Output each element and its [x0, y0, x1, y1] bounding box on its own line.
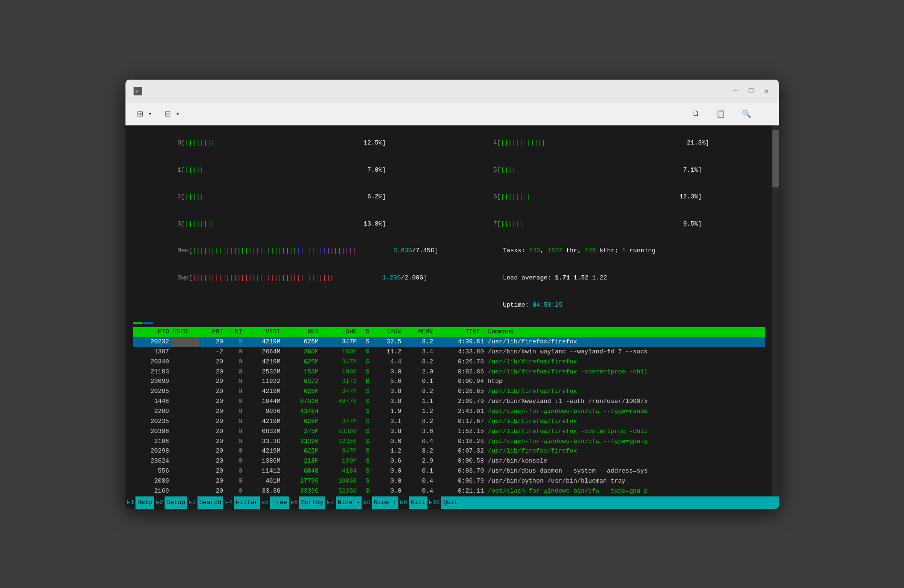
cell-pri: 20: [199, 427, 225, 437]
cell-ni: 0: [225, 427, 244, 437]
cpu-5-line: 5[|||| 7.1%]: [449, 157, 765, 184]
cell-cpu: 0.0: [372, 486, 404, 496]
cell-mem: 8.2: [403, 387, 435, 397]
bottom-bar-item[interactable]: F3 Search: [187, 496, 223, 509]
split-view-button[interactable]: ⊟ ▾: [159, 106, 185, 121]
table-row[interactable]: 2169 20 0 33.3G 33396 32356 S 0.0 0.4 0:…: [133, 486, 765, 496]
toolbar: ⊞ ▾ ⊟ ▾ 🗋 📋 🔍: [125, 103, 779, 125]
minimize-button[interactable]: ─: [729, 84, 743, 98]
scrollbar[interactable]: [772, 125, 779, 496]
bottom-bar-item[interactable]: F1 Help: [125, 496, 155, 509]
cell-shr: [321, 407, 359, 417]
cell-cmd: /usr/lib/firefox/firefox: [486, 417, 764, 427]
cell-res: 6848: [282, 466, 321, 476]
menu-button[interactable]: [762, 111, 773, 116]
cell-ni: 0: [225, 387, 244, 397]
table-row[interactable]: 20285 20 0 4219M 625M 347M S 3.8 8.2 0:2…: [133, 387, 765, 397]
cell-virt: 33.3G: [244, 486, 282, 496]
cell-pri: 20: [199, 377, 225, 387]
table-row[interactable]: 23690 20 0 11932 6372 3172 R 5.6 0.1 0:0…: [133, 377, 765, 387]
terminal-area[interactable]: 0[|||||||| 12.5%] 4[|||||||||||| 21.3%] …: [125, 125, 779, 496]
cell-cmd: /usr/bin/python /usr/bin/blueman-tray: [486, 476, 764, 486]
mem-line: Mem[||||||||||||||||||||||||||||||||||||…: [133, 238, 449, 265]
table-row[interactable]: 23624 20 0 1386M 218M 189M S 0.6 2.9 0:0…: [133, 456, 765, 466]
maximize-button[interactable]: □: [745, 84, 758, 98]
cell-shr: 32356: [321, 486, 359, 496]
cell-cpu: 1.2: [372, 446, 404, 456]
bottom-bar-item[interactable]: F2 Setup: [154, 496, 187, 509]
cell-s: S: [359, 486, 372, 496]
bottom-bar-item[interactable]: F9 Kill: [398, 496, 427, 509]
bottom-label: SortBy: [299, 496, 325, 509]
bottom-label: Help: [135, 496, 154, 509]
cell-pri: 20: [199, 417, 225, 427]
header-cpu: CPU%: [372, 327, 404, 337]
table-row[interactable]: 20298 20 0 4219M 625M 347M S 1.2 8.2 0:0…: [133, 446, 765, 456]
bottom-key: F8: [362, 496, 372, 509]
new-tab-chevron-icon: ▾: [149, 111, 151, 116]
table-row[interactable]: 2080 20 0 461M 27796 19868 S 0.0 0.4 0:0…: [133, 476, 765, 486]
scrollbar-thumb[interactable]: [772, 130, 779, 187]
cell-pid: 1387: [133, 347, 171, 357]
cell-virt: 4219M: [244, 446, 282, 456]
table-row[interactable]: 1387 -2 0 2664M 260M 180M S 11.2 3.4 4:3…: [133, 347, 765, 357]
cell-ni: 0: [225, 407, 244, 417]
table-row[interactable]: 20349 20 0 4219M 625M 347M S 4.4 8.2 0:2…: [133, 357, 765, 367]
table-row[interactable]: 20235 20 0 4219M 625M 347M S 3.1 8.2 0:1…: [133, 417, 765, 427]
bottom-key: F6: [289, 496, 300, 509]
tab-io[interactable]: [144, 322, 153, 324]
table-row[interactable]: 1446 20 0 1044M 87016 49776 S 3.8 1.1 2:…: [133, 397, 765, 407]
bottom-key: F2: [154, 496, 165, 509]
bottom-bar-item[interactable]: F5 Tree: [260, 496, 289, 509]
htop-tabs: [133, 322, 765, 324]
cell-res: 260M: [282, 347, 321, 357]
close-button[interactable]: ✕: [760, 84, 773, 98]
cell-ni: 0: [225, 417, 244, 427]
table-row[interactable]: 21183 20 0 2532M 153M 103M S 0.0 2.0 0:0…: [133, 367, 765, 377]
cell-s: S: [359, 347, 372, 357]
cell-time: 0:17.67: [435, 417, 486, 427]
cell-pri: 20: [199, 486, 225, 496]
table-row[interactable]: 2200 20 0 9036 43484 S 1.9 1.2 2:43.01 /…: [133, 407, 765, 417]
cell-ni: 0: [225, 397, 244, 407]
cell-mem: 2.9: [403, 456, 435, 466]
bottom-bar-item[interactable]: F4 Filter: [223, 496, 260, 509]
table-row[interactable]: 20396 20 0 6832M 275M 93388 S 3.8 3.6 1:…: [133, 427, 765, 437]
header-virt: VIRT: [244, 327, 282, 337]
cell-pri: 20: [199, 456, 225, 466]
cell-pid: 2200: [133, 407, 171, 417]
new-tab-button[interactable]: ⊞ ▾: [131, 106, 157, 121]
cell-res: 6372: [282, 377, 321, 387]
cell-pri: 20: [199, 446, 225, 456]
cell-mem: 3.4: [403, 347, 435, 357]
cell-s: S: [359, 437, 372, 447]
tab-main[interactable]: [133, 322, 143, 324]
toolbar-right: 🗋 📋 🔍: [686, 106, 773, 121]
bottom-key: F9: [398, 496, 409, 509]
cell-res: 625M: [282, 417, 321, 427]
cell-res: 625M: [282, 357, 321, 367]
table-row[interactable]: 556 20 0 11412 6848 4184 S 0.0 0.1 0:03.…: [133, 466, 765, 476]
cell-res: 153M: [282, 367, 321, 377]
cpu-section: 0[|||||||| 12.5%] 4[|||||||||||| 21.3%] …: [133, 130, 765, 238]
copy-button[interactable]: 🗋: [686, 106, 708, 121]
bottom-key: F4: [223, 496, 234, 509]
cell-mem: 0.1: [403, 466, 435, 476]
load-line: Load average: 1.71 1.52 1.22: [458, 265, 765, 292]
bottom-bar-item[interactable]: F6 SortBy: [289, 496, 325, 509]
cell-ni: 0: [225, 347, 244, 357]
bottom-bar-item[interactable]: F10 Quit: [427, 496, 460, 509]
cell-pri: 20: [199, 337, 225, 347]
cell-pri: 20: [199, 476, 225, 486]
paste-button[interactable]: 📋: [710, 106, 734, 121]
cell-cmd: /opt/clash-for-windows-bin/cfw --type=gp…: [486, 486, 764, 496]
cell-ni: 0: [225, 367, 244, 377]
find-button[interactable]: 🔍: [736, 106, 760, 121]
bottom-bar-item[interactable]: F8 Nice +: [362, 496, 398, 509]
table-row[interactable]: 20232 20 0 4219M 625M 347M S 32.5 8.2 4:…: [133, 337, 765, 347]
bottom-bar-item[interactable]: F7 Nice -: [325, 496, 362, 509]
cell-cpu: 3.8: [372, 397, 404, 407]
cell-pid: 1446: [133, 397, 171, 407]
cell-time: 0:26.78: [435, 357, 486, 367]
table-row[interactable]: 2196 20 0 33.3G 33396 32356 S 0.6 0.4 0:…: [133, 437, 765, 447]
